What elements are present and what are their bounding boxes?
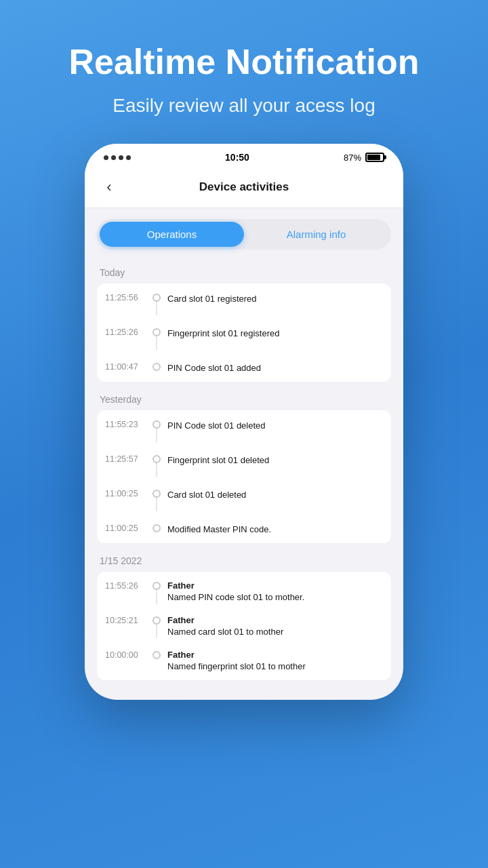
list-item: 11:25:26 Fingerprint slot 01 registered bbox=[105, 321, 383, 355]
activity-time: 11:00:25 bbox=[105, 522, 146, 533]
timeline-dot bbox=[152, 616, 161, 625]
timeline-col bbox=[152, 453, 161, 477]
timeline-dot bbox=[152, 490, 161, 498]
timeline-line bbox=[156, 590, 157, 604]
hero-title: Realtime Notification bbox=[41, 41, 446, 83]
timeline-col bbox=[152, 418, 161, 442]
timeline-col bbox=[152, 649, 161, 659]
timeline-col bbox=[152, 361, 161, 371]
activity-time: 11:00:25 bbox=[105, 488, 146, 498]
activity-user: Father bbox=[167, 580, 383, 591]
activity-content: PIN Code slot 01 deleted bbox=[167, 418, 383, 431]
activity-desc: PIN Code slot 01 deleted bbox=[167, 420, 266, 431]
signal-dot-4 bbox=[126, 155, 131, 160]
timeline-col bbox=[152, 614, 161, 638]
back-button[interactable]: ‹ bbox=[98, 176, 120, 198]
timeline-dot bbox=[152, 582, 161, 590]
timeline-line bbox=[156, 463, 157, 477]
hero-subtitle: Easily review all your acess log bbox=[85, 95, 403, 117]
phone-frame: 10:50 87% ‹ Device activities Operations… bbox=[85, 144, 403, 700]
list-item: 11:00:25 Card slot 01 deleted bbox=[105, 482, 383, 517]
battery-fill bbox=[367, 155, 380, 160]
activity-desc: PIN Code slot 01 added bbox=[167, 363, 261, 373]
app-header: ‹ Device activities bbox=[85, 167, 403, 208]
activity-content: Card slot 01 deleted bbox=[167, 488, 383, 500]
timeline-col bbox=[152, 488, 161, 511]
signal-dot-2 bbox=[111, 155, 116, 160]
signal-dot-3 bbox=[119, 155, 123, 160]
activity-content: Father Named card slot 01 to mother bbox=[167, 614, 383, 637]
tab-operations[interactable]: Operations bbox=[100, 222, 244, 247]
activity-content: Modified Master PIN code. bbox=[167, 522, 383, 535]
timeline-dot bbox=[152, 363, 161, 371]
timeline-col bbox=[152, 580, 161, 604]
activity-time: 10:00:00 bbox=[105, 649, 146, 660]
tab-alarming-info[interactable]: Alarming info bbox=[244, 222, 388, 247]
activity-list: Today 11:25:56 Card slot 01 registered 1… bbox=[85, 260, 403, 699]
activity-desc: Card slot 01 deleted bbox=[167, 490, 246, 500]
activity-desc: Named PIN code slot 01 to mother. bbox=[167, 592, 304, 602]
activity-time: 11:25:56 bbox=[105, 292, 146, 302]
activity-desc: Fingerprint slot 01 registered bbox=[167, 328, 279, 338]
activity-desc: Named fingerprint slot 01 to mother bbox=[167, 661, 306, 671]
activity-content: Father Named PIN code slot 01 to mother. bbox=[167, 580, 383, 603]
timeline-col bbox=[152, 326, 161, 350]
activity-desc: Fingerprint slot 01 deleted bbox=[167, 455, 269, 465]
list-item: 11:55:26 Father Named PIN code slot 01 t… bbox=[105, 574, 383, 609]
timeline-dot bbox=[152, 455, 161, 463]
activity-desc: Named card slot 01 to mother bbox=[167, 627, 283, 637]
activity-user: Father bbox=[167, 650, 383, 660]
section-label-yesterday: Yesterday bbox=[97, 387, 391, 410]
timeline-dot bbox=[152, 524, 161, 532]
back-chevron-icon: ‹ bbox=[106, 180, 111, 195]
section-label-date: 1/15 2022 bbox=[97, 549, 391, 572]
status-right: 87% bbox=[344, 153, 384, 163]
activity-time: 11:25:57 bbox=[105, 453, 146, 464]
date-section: 11:55:26 Father Named PIN code slot 01 t… bbox=[97, 572, 391, 680]
activity-content: PIN Code slot 01 added bbox=[167, 361, 383, 374]
list-item: 11:25:57 Fingerprint slot 01 deleted bbox=[105, 448, 383, 482]
signal-dot-1 bbox=[104, 155, 108, 160]
tab-switcher: Operations Alarming info bbox=[97, 219, 391, 250]
today-section: 11:25:56 Card slot 01 registered 11:25:2… bbox=[97, 283, 391, 382]
signal-dots bbox=[104, 155, 131, 160]
activity-user: Father bbox=[167, 615, 383, 625]
activity-time: 11:55:26 bbox=[105, 580, 146, 591]
timeline-line bbox=[156, 625, 157, 638]
status-time: 10:50 bbox=[225, 152, 249, 163]
activity-time: 10:25:21 bbox=[105, 614, 146, 625]
list-item: 11:55:23 PIN Code slot 01 deleted bbox=[105, 413, 383, 448]
timeline-col bbox=[152, 522, 161, 532]
activity-time: 11:55:23 bbox=[105, 418, 146, 429]
battery-icon bbox=[365, 153, 384, 162]
timeline-line bbox=[156, 429, 157, 442]
timeline-dot bbox=[152, 294, 161, 302]
activity-time: 11:25:26 bbox=[105, 326, 146, 337]
yesterday-section: 11:55:23 PIN Code slot 01 deleted 11:25:… bbox=[97, 410, 391, 543]
list-item: 10:00:00 Father Named fingerprint slot 0… bbox=[105, 644, 383, 677]
timeline-dot bbox=[152, 651, 161, 659]
list-item: 11:00:47 PIN Code slot 01 added bbox=[105, 355, 383, 379]
activity-time: 11:00:47 bbox=[105, 361, 146, 372]
list-item: 11:25:56 Card slot 01 registered bbox=[105, 286, 383, 321]
activity-content: Fingerprint slot 01 deleted bbox=[167, 453, 383, 466]
list-item: 10:25:21 Father Named card slot 01 to mo… bbox=[105, 609, 383, 644]
activity-content: Father Named fingerprint slot 01 to moth… bbox=[167, 649, 383, 672]
list-item: 11:00:25 Modified Master PIN code. bbox=[105, 517, 383, 540]
activity-content: Card slot 01 registered bbox=[167, 292, 383, 304]
timeline-line bbox=[156, 336, 157, 350]
timeline-dot bbox=[152, 420, 161, 429]
activity-desc: Card slot 01 registered bbox=[167, 294, 257, 304]
timeline-line bbox=[156, 302, 157, 315]
battery-percent: 87% bbox=[344, 153, 361, 163]
section-label-today: Today bbox=[97, 260, 391, 283]
page-title: Device activities bbox=[120, 180, 368, 194]
timeline-line bbox=[156, 498, 157, 511]
timeline-dot bbox=[152, 328, 161, 336]
status-bar: 10:50 87% bbox=[85, 144, 403, 167]
timeline-col bbox=[152, 292, 161, 315]
activity-desc: Modified Master PIN code. bbox=[167, 524, 271, 534]
activity-content: Fingerprint slot 01 registered bbox=[167, 326, 383, 339]
